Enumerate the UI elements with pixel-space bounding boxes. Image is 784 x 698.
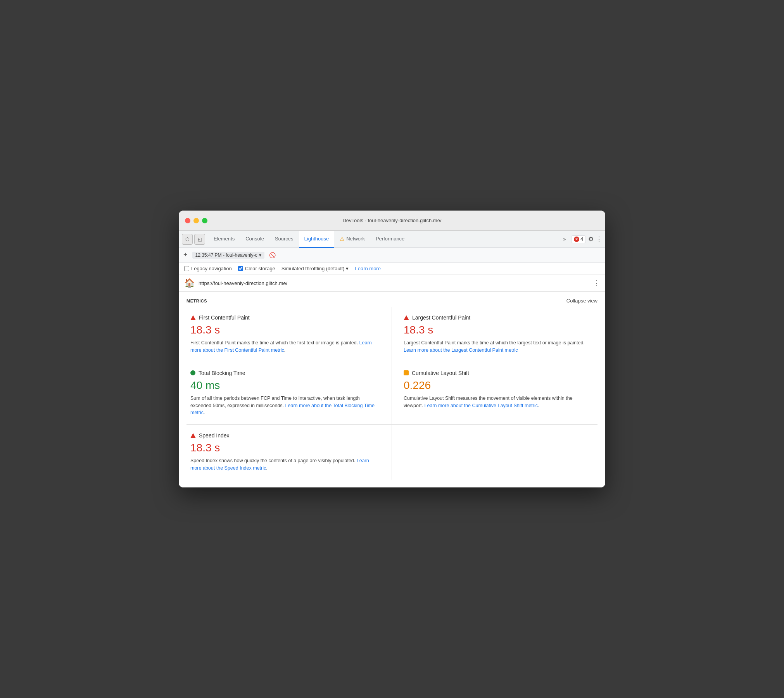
fcp-value: 18.3 s xyxy=(190,324,380,336)
url-bar: 🏠 https://foul-heavenly-direction.glitch… xyxy=(179,275,605,292)
cls-title-row: Cumulative Layout Shift xyxy=(404,370,590,376)
tab-icon-group: ⬡ ◱ xyxy=(182,234,205,245)
fcp-description: First Contentful Paint marks the time at… xyxy=(190,339,380,354)
tab-elements[interactable]: Elements xyxy=(208,231,240,248)
metric-si: Speed Index 18.3 s Speed Index shows how… xyxy=(187,425,392,480)
tabs-list: Elements Console Sources Lighthouse ⚠ Ne… xyxy=(208,231,560,248)
traffic-lights xyxy=(185,218,207,223)
collapse-view-button[interactable]: Collapse view xyxy=(566,298,597,304)
metric-lcp: Largest Contentful Paint 18.3 s Largest … xyxy=(392,307,597,362)
cls-indicator-icon xyxy=(404,370,409,375)
current-url: https://foul-heavenly-direction.glitch.m… xyxy=(199,280,589,286)
fcp-indicator-icon xyxy=(190,315,196,320)
tabs-bar: ⬡ ◱ Elements Console Sources Lighthouse … xyxy=(179,231,605,248)
tbt-title-row: Total Blocking Time xyxy=(190,370,380,376)
tab-console[interactable]: Console xyxy=(240,231,269,248)
metrics-header: METRICS Collapse view xyxy=(187,292,597,307)
cursor-icon-button[interactable]: ⬡ xyxy=(182,234,193,245)
error-icon: ✕ xyxy=(574,237,579,242)
block-requests-icon[interactable]: 🚫 xyxy=(269,252,276,258)
lcp-title-row: Largest Contentful Paint xyxy=(404,314,590,321)
more-tabs-button[interactable]: » xyxy=(560,235,569,244)
settings-button[interactable]: ⚙ xyxy=(588,235,594,243)
clear-storage-group: Clear storage xyxy=(238,266,275,271)
fcp-name: First Contentful Paint xyxy=(199,314,250,321)
throttling-label: Simulated throttling (default) xyxy=(281,266,345,271)
dropdown-arrow-icon: ▾ xyxy=(259,252,261,258)
close-button[interactable] xyxy=(185,218,190,223)
si-indicator-icon xyxy=(190,433,196,438)
clear-storage-label: Clear storage xyxy=(245,266,275,271)
tab-network[interactable]: ⚠ Network xyxy=(334,231,370,248)
metrics-section-label: METRICS xyxy=(187,299,207,303)
learn-more-link[interactable]: Learn more xyxy=(355,266,380,271)
network-warning-icon: ⚠ xyxy=(340,236,345,242)
tbt-indicator-icon xyxy=(190,370,195,375)
metric-cls: Cumulative Layout Shift 0.226 Cumulative… xyxy=(392,362,597,425)
metric-fcp: First Contentful Paint 18.3 s First Cont… xyxy=(187,307,392,362)
content-area: METRICS Collapse view First Contentful P… xyxy=(179,292,605,487)
legacy-nav-group: Legacy navigation xyxy=(184,266,232,271)
url-more-options-button[interactable]: ⋮ xyxy=(593,279,600,287)
tabs-right: » ✕ 4 ⚙ ⋮ xyxy=(560,235,602,244)
lcp-value: 18.3 s xyxy=(404,324,590,336)
si-title-row: Speed Index xyxy=(190,432,380,439)
cls-name: Cumulative Layout Shift xyxy=(412,370,469,376)
si-learn-more-link[interactable]: Learn more about the Speed Index metric xyxy=(190,458,369,471)
legacy-nav-checkbox[interactable] xyxy=(184,266,189,271)
timestamp-badge[interactable]: 12:35:47 PM - foul-heavenly-c ▾ xyxy=(192,252,264,259)
fcp-title-row: First Contentful Paint xyxy=(190,314,380,321)
cls-value: 0.226 xyxy=(404,379,590,392)
lcp-learn-more-link[interactable]: Learn more about the Largest Contentful … xyxy=(404,347,518,353)
tbt-description: Sum of all time periods between FCP and … xyxy=(190,395,380,416)
tab-performance[interactable]: Performance xyxy=(370,231,410,248)
lighthouse-logo-icon: 🏠 xyxy=(184,278,195,288)
lcp-indicator-icon xyxy=(404,315,409,320)
minimize-button[interactable] xyxy=(193,218,199,223)
cls-description: Cumulative Layout Shift measures the mov… xyxy=(404,395,590,409)
tab-sources[interactable]: Sources xyxy=(269,231,299,248)
tbt-name: Total Blocking Time xyxy=(199,370,245,376)
lcp-description: Largest Contentful Paint marks the time … xyxy=(404,339,590,354)
clear-storage-checkbox[interactable] xyxy=(238,266,243,271)
throttling-group: Simulated throttling (default) ▾ xyxy=(281,266,349,271)
metric-tbt: Total Blocking Time 40 ms Sum of all tim… xyxy=(187,362,392,425)
cls-learn-more-link[interactable]: Learn more about the Cumulative Layout S… xyxy=(425,403,538,408)
si-value: 18.3 s xyxy=(190,442,380,454)
tab-lighthouse[interactable]: Lighthouse xyxy=(299,231,335,248)
lcp-name: Largest Contentful Paint xyxy=(412,314,470,321)
devtools-window: DevTools - foul-heavenly-direction.glitc… xyxy=(179,211,605,487)
si-description: Speed Index shows how quickly the conten… xyxy=(190,457,380,472)
options-bar: Legacy navigation Clear storage Simulate… xyxy=(179,263,605,275)
throttling-dropdown[interactable]: ▾ xyxy=(346,266,349,271)
legacy-nav-label: Legacy navigation xyxy=(191,266,232,271)
metrics-grid: First Contentful Paint 18.3 s First Cont… xyxy=(187,307,597,479)
tbt-value: 40 ms xyxy=(190,379,380,392)
si-name: Speed Index xyxy=(199,432,230,439)
title-bar: DevTools - foul-heavenly-direction.glitc… xyxy=(179,211,605,231)
window-title: DevTools - foul-heavenly-direction.glitc… xyxy=(342,218,441,223)
device-icon-button[interactable]: ◱ xyxy=(194,234,205,245)
error-badge: ✕ 4 xyxy=(571,235,586,243)
fcp-learn-more-link[interactable]: Learn more about the First Contentful Pa… xyxy=(190,340,372,353)
tbt-learn-more-link[interactable]: Learn more about the Total Blocking Time… xyxy=(190,403,375,416)
sub-toolbar: + 12:35:47 PM - foul-heavenly-c ▾ 🚫 xyxy=(179,248,605,263)
maximize-button[interactable] xyxy=(202,218,207,223)
more-options-button[interactable]: ⋮ xyxy=(596,235,602,243)
add-button[interactable]: + xyxy=(183,251,188,259)
